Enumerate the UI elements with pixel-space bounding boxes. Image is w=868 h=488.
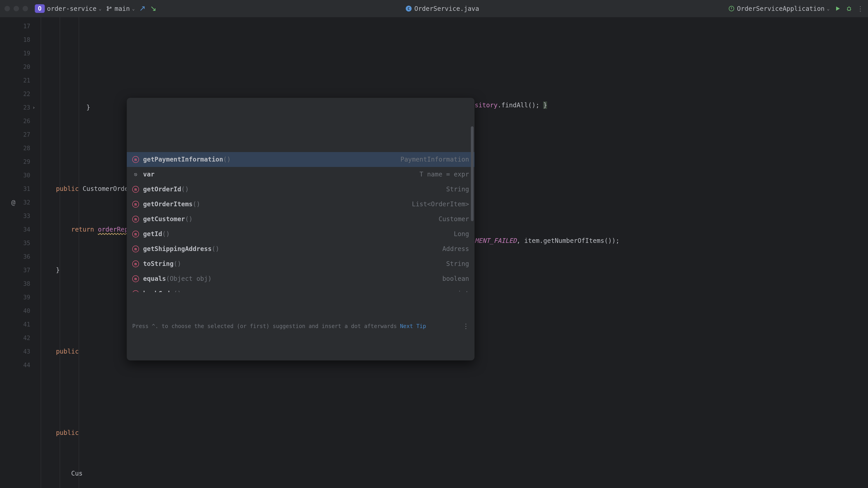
autocomplete-item[interactable]: mhashCode()int xyxy=(127,286,474,292)
java-class-icon: C xyxy=(406,6,412,11)
completion-name: getOrderItems() xyxy=(143,197,200,211)
scrollbar-thumb[interactable] xyxy=(471,126,473,221)
incoming-changes-icon[interactable] xyxy=(139,5,146,12)
line-number: 18 xyxy=(0,33,36,46)
project-badge: O xyxy=(35,4,45,13)
outgoing-changes-icon[interactable] xyxy=(150,5,156,12)
line-number: 36 xyxy=(0,250,36,263)
completion-type: String xyxy=(446,257,469,271)
method-icon: m xyxy=(132,216,139,223)
method-icon: m xyxy=(132,201,139,207)
vcs-branch-selector[interactable]: main ⌄ xyxy=(106,5,135,12)
template-icon: ⎋ xyxy=(132,171,139,178)
line-number: 30 xyxy=(0,168,36,182)
spring-boot-icon xyxy=(728,5,735,12)
completion-name: hashCode() xyxy=(143,287,181,292)
right-gutter xyxy=(861,17,868,488)
code-line: public xyxy=(36,426,861,440)
method-icon: m xyxy=(132,231,139,237)
completion-name: getShippingAddress() xyxy=(143,242,219,256)
project-name: order-service xyxy=(47,5,96,12)
line-number: 44 xyxy=(0,358,36,372)
completion-type: T name = expr xyxy=(420,168,469,181)
line-number: 21 xyxy=(0,74,36,87)
line-number: 17 xyxy=(0,20,36,33)
next-tip-link[interactable]: Next Tip xyxy=(400,320,426,333)
line-number: 33 xyxy=(0,209,36,223)
completion-type: Customer xyxy=(438,213,469,226)
editor-area: 17181920212223›26272829303132@3334353637… xyxy=(0,17,868,488)
gutter-annotation-icon[interactable]: @ xyxy=(11,196,16,209)
run-config-name: OrderServiceApplication xyxy=(737,5,825,12)
autocomplete-item[interactable]: mgetShippingAddress()Address xyxy=(127,241,474,256)
completion-name: equals(Object obj) xyxy=(143,272,212,286)
line-number: 34 xyxy=(0,223,36,236)
line-number: 41 xyxy=(0,318,36,331)
method-icon: m xyxy=(132,260,139,267)
more-options-icon[interactable]: ⋮ xyxy=(463,320,469,333)
completion-name: getOrderId() xyxy=(143,183,189,196)
maximize-window-icon[interactable] xyxy=(23,6,28,11)
code-behind-popup: sitory.findAll(); } xyxy=(475,98,547,112)
fold-marker-icon[interactable]: › xyxy=(32,101,35,114)
completion-name: var xyxy=(143,168,155,181)
line-number: 27 xyxy=(0,128,36,141)
autocomplete-popup: mgetPaymentInformation()PaymentInformati… xyxy=(127,98,475,361)
autocomplete-list[interactable]: mgetPaymentInformation()PaymentInformati… xyxy=(127,125,474,292)
line-number: 23› xyxy=(0,101,36,114)
line-number-gutter: 17181920212223›26272829303132@3334353637… xyxy=(0,17,36,488)
completion-type: int xyxy=(458,287,469,292)
run-config-selector[interactable]: OrderServiceApplication ⌄ xyxy=(728,5,830,12)
chevron-down-icon: ⌄ xyxy=(132,6,135,11)
method-icon: m xyxy=(132,246,139,252)
completion-type: Long xyxy=(454,227,469,241)
chevron-down-icon: ⌄ xyxy=(827,6,830,11)
autocomplete-item[interactable]: mgetOrderItems()List<OrderItem> xyxy=(127,197,474,212)
completion-name: getId() xyxy=(143,227,170,241)
svg-point-0 xyxy=(107,6,108,8)
svg-point-1 xyxy=(107,9,108,11)
line-number: 42 xyxy=(0,331,36,345)
open-file-tab[interactable]: OrderService.java xyxy=(414,5,479,12)
method-icon: m xyxy=(132,186,139,193)
completion-type: List<OrderItem> xyxy=(412,197,469,211)
completion-type: Address xyxy=(442,242,469,256)
autocomplete-item[interactable]: mequals(Object obj)boolean xyxy=(127,271,474,286)
line-number: 28 xyxy=(0,141,36,155)
code-behind-popup: MENT_FAILED, item.getNumberOfItems()); xyxy=(475,234,620,248)
line-number: 40 xyxy=(0,304,36,318)
chevron-down-icon: ⌄ xyxy=(99,6,101,11)
completion-type: String xyxy=(446,183,469,196)
line-number: 22 xyxy=(0,87,36,101)
line-number: 31 xyxy=(0,182,36,196)
autocomplete-item[interactable]: mgetId()Long xyxy=(127,227,474,241)
line-number: 35 xyxy=(0,236,36,250)
code-editor[interactable]: } public CustomerOrder getOrderByOrderId… xyxy=(36,17,861,488)
debug-button-icon[interactable] xyxy=(846,5,852,12)
completion-type: boolean xyxy=(442,272,469,286)
branch-icon xyxy=(106,5,112,12)
project-selector[interactable]: O order-service ⌄ xyxy=(35,4,101,13)
autocomplete-item[interactable]: mgetCustomer()Customer xyxy=(127,212,474,227)
top-toolbar: O order-service ⌄ main ⌄ C OrderService.… xyxy=(0,0,868,17)
more-actions-icon[interactable]: ⋮ xyxy=(857,5,864,12)
autocomplete-item[interactable]: mgetOrderId()String xyxy=(127,182,474,197)
line-number: 20 xyxy=(0,60,36,74)
autocomplete-footer: Press ^. to choose the selected (or firs… xyxy=(127,319,474,333)
autocomplete-hint: Press ^. to choose the selected (or firs… xyxy=(132,320,397,333)
autocomplete-item[interactable]: mgetPaymentInformation()PaymentInformati… xyxy=(127,152,474,167)
line-number: 29 xyxy=(0,155,36,168)
autocomplete-item[interactable]: mtoString()String xyxy=(127,256,474,271)
line-number: 39 xyxy=(0,291,36,304)
autocomplete-item[interactable]: ⎋varT name = expr xyxy=(127,167,474,182)
method-icon: m xyxy=(132,290,139,292)
line-number: 32@ xyxy=(0,196,36,209)
line-number: 37 xyxy=(0,263,36,277)
run-button-icon[interactable] xyxy=(835,5,841,12)
minimize-window-icon[interactable] xyxy=(13,6,19,11)
close-window-icon[interactable] xyxy=(4,6,10,11)
completion-name: getCustomer() xyxy=(143,213,193,226)
window-controls[interactable] xyxy=(4,6,28,11)
completion-type: PaymentInformation xyxy=(401,153,469,166)
branch-name: main xyxy=(115,5,130,12)
